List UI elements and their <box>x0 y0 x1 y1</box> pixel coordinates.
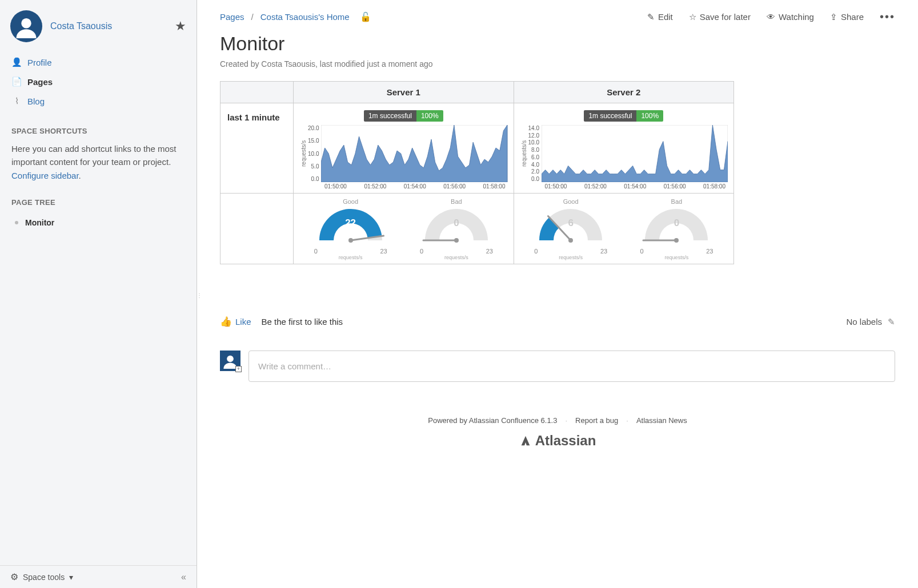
add-comment-badge-icon: + <box>235 366 242 372</box>
page-byline: Created by Costa Tsaousis, last modified… <box>220 59 895 69</box>
sidebar-resize-handle[interactable]: ⋮ <box>197 294 199 310</box>
like-row: 👍 Like Be the first to like this No labe… <box>220 316 895 328</box>
edit-button[interactable]: ✎Edit <box>647 12 673 22</box>
shortcuts-help: Here you can add shortcut links to the m… <box>0 140 197 188</box>
gauge-value: 0 <box>416 218 496 229</box>
more-menu-icon[interactable]: ••• <box>880 10 895 23</box>
row-charts: last 1 minute 1m successful100% requests… <box>221 103 734 194</box>
configure-sidebar-link[interactable]: Configure sidebar <box>11 171 79 180</box>
pencil-icon: ✎ <box>647 12 655 22</box>
star-icon[interactable]: ★ <box>175 19 186 34</box>
sidebar-item-label: Blog <box>27 96 45 106</box>
col-server-1: Server 1 <box>294 82 514 103</box>
gauge-bad: Bad 0 023 requests/s <box>416 198 496 260</box>
svg-point-10 <box>674 238 679 243</box>
chart-server-1: requests/s 20.015.010.05.00.0 <box>299 125 508 182</box>
chart-server-2: requests/s 14.012.010.08.06.04.02.00.0 <box>520 125 728 182</box>
cell-gauges-server-1: Good 22 023 requests/s Bad 0 023 request… <box>294 194 514 264</box>
cell-chart-server-2: 1m successful100% requests/s 14.012.010.… <box>514 103 734 194</box>
star-outline-icon: ☆ <box>689 12 696 22</box>
gauge-title: Bad <box>636 198 716 205</box>
space-avatar[interactable] <box>10 10 42 42</box>
sidebar-item-pages[interactable]: 📄 Pages <box>0 72 197 91</box>
gauge-value: 22 <box>311 218 391 229</box>
bullet-icon <box>15 221 18 224</box>
col-server-2: Server 2 <box>514 82 734 103</box>
sidebar: Costa Tsaousis ★ 👤 Profile 📄 Pages ⌇ Blo… <box>0 0 197 588</box>
footer-powered: Powered by Atlassian Confluence 6.1.3 <box>428 416 557 425</box>
comment-row: + Write a comment… <box>220 351 895 382</box>
space-name-link[interactable]: Costa Tsaousis <box>50 21 112 31</box>
chevron-down-icon: ▾ <box>69 573 73 582</box>
breadcrumb-pages[interactable]: Pages <box>220 12 244 22</box>
breadcrumb: Pages / Costa Tsaousis's Home 🔓 ✎Edit ☆S… <box>220 10 895 23</box>
chart-xaxis: 01:50:0001:52:0001:54:0001:56:0001:58:00 <box>299 182 508 190</box>
pages-icon: 📄 <box>11 76 22 87</box>
save-for-later-button[interactable]: ☆Save for later <box>689 12 751 22</box>
svg-point-0 <box>21 18 31 29</box>
row-header: last 1 minute <box>221 103 294 194</box>
sidebar-item-profile[interactable]: 👤 Profile <box>0 53 197 72</box>
chart-yaxis: 14.012.010.08.06.04.02.00.0 <box>528 125 542 182</box>
gauge-value: 0 <box>636 218 716 229</box>
sidebar-item-label: Pages <box>27 77 53 87</box>
tree-item-monitor[interactable]: Monitor <box>11 215 185 231</box>
thumbs-up-icon: 👍 <box>220 316 232 328</box>
gear-icon: ⚙ <box>10 571 18 582</box>
page-title: Monitor <box>220 33 895 55</box>
sidebar-item-label: Profile <box>27 58 52 67</box>
gauge-good: Good 22 023 requests/s <box>311 198 391 260</box>
unlock-icon[interactable]: 🔓 <box>360 11 371 22</box>
sidebar-item-blog[interactable]: ⌇ Blog <box>0 91 197 111</box>
gauge-title: Good <box>531 198 611 205</box>
status-badge-value: 100% <box>636 110 663 122</box>
like-prompt: Be the first to like this <box>262 317 343 327</box>
space-header: Costa Tsaousis ★ <box>0 0 197 49</box>
watch-button[interactable]: 👁Watching <box>767 12 814 22</box>
footer-report-bug[interactable]: Report a bug <box>575 416 618 425</box>
share-icon: ⇪ <box>830 12 837 22</box>
share-button[interactable]: ⇪Share <box>830 12 864 22</box>
edit-labels-icon[interactable]: ✎ <box>888 317 895 327</box>
sidebar-footer: ⚙ Space tools ▾ « <box>0 565 197 588</box>
page-actions: ✎Edit ☆Save for later 👁Watching ⇪Share •… <box>647 10 895 23</box>
chart-xaxis: 01:50:0001:52:0001:54:0001:56:0001:58:00 <box>520 182 728 190</box>
eye-icon: 👁 <box>767 12 775 22</box>
row-gauges: Good 22 023 requests/s Bad 0 023 request… <box>221 194 734 264</box>
gauge-title: Bad <box>416 198 496 205</box>
main-content: Pages / Costa Tsaousis's Home 🔓 ✎Edit ☆S… <box>197 0 918 588</box>
space-tools-menu[interactable]: Space tools <box>23 573 65 582</box>
status-badge-value: 100% <box>416 110 443 122</box>
comment-input[interactable]: Write a comment… <box>248 351 895 382</box>
svg-point-4 <box>348 238 353 243</box>
svg-point-11 <box>227 356 234 363</box>
chart-yaxis: 20.015.010.05.00.0 <box>308 125 321 182</box>
gauge-good: Good 6 023 requests/s <box>531 198 611 260</box>
svg-point-8 <box>568 238 573 243</box>
page-footer: Powered by Atlassian Confluence 6.1.3 · … <box>220 416 895 449</box>
status-badge-label: 1m successful <box>364 110 416 122</box>
cell-gauges-server-2: Good 6 023 requests/s Bad 0 023 requests… <box>514 194 734 264</box>
page-labels: No labels ✎ <box>846 317 895 327</box>
chart-ylabel: requests/s <box>520 125 528 182</box>
sidebar-nav: 👤 Profile 📄 Pages ⌇ Blog <box>0 49 197 116</box>
svg-point-6 <box>454 238 459 243</box>
page-tree: Monitor <box>0 211 197 234</box>
collapse-sidebar-icon[interactable]: « <box>181 572 186 582</box>
comment-avatar[interactable]: + <box>220 351 240 371</box>
chart-ylabel: requests/s <box>299 125 308 182</box>
tree-item-label: Monitor <box>25 218 54 227</box>
monitor-corner <box>221 82 294 103</box>
breadcrumb-separator: / <box>251 12 254 22</box>
gauge-value: 6 <box>531 218 611 229</box>
breadcrumb-home[interactable]: Costa Tsaousis's Home <box>260 12 350 22</box>
row-header-empty <box>221 194 294 264</box>
monitor-table: Server 1 Server 2 last 1 minute 1m succe… <box>220 81 734 264</box>
status-badge-label: 1m successful <box>584 110 636 122</box>
footer-news[interactable]: Atlassian News <box>636 416 687 425</box>
like-button[interactable]: 👍 Like <box>220 316 251 328</box>
user-icon: 👤 <box>11 57 22 67</box>
atlassian-logo[interactable]: Atlassian <box>220 433 895 449</box>
gauge-bad: Bad 0 023 requests/s <box>636 198 716 260</box>
rss-icon: ⌇ <box>11 96 22 106</box>
